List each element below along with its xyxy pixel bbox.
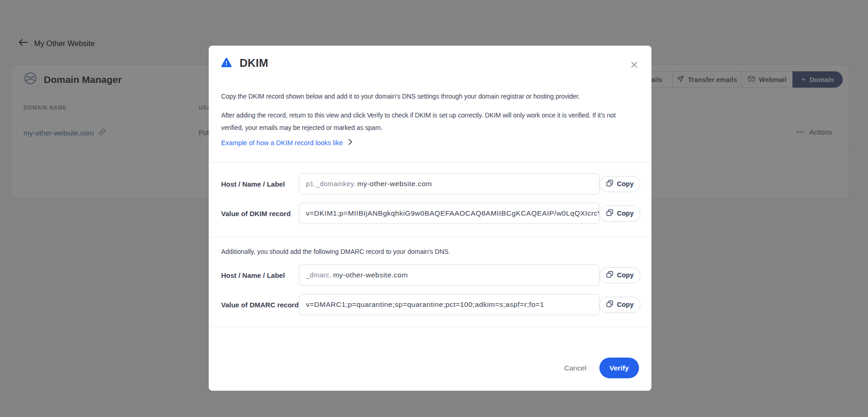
dkim-modal: DKIM Copy the DKIM record shown below an… (209, 46, 651, 391)
dmarc-value-row: Value of DMARC record v=DMARC1;p=quarant… (221, 294, 639, 315)
dmarc-value-copy-button[interactable]: Copy (599, 297, 640, 313)
dkim-value-text: v=DKIM1;p=MIIBIjANBgkqhkiG9w0BAQEFAAOCAQ… (306, 209, 599, 217)
copy-icon (606, 271, 613, 279)
modal-intro-paragraph-1: Copy the DKIM record shown below and add… (221, 90, 639, 103)
dmarc-host-copy-button[interactable]: Copy (599, 267, 640, 283)
dkim-value-row: Value of DKIM record v=DKIM1;p=MIIBIjANB… (221, 203, 639, 224)
dkim-value-label: Value of DKIM record (221, 210, 299, 217)
modal-intro-paragraph-2: After adding the record, return to this … (221, 109, 639, 134)
dkim-host-input[interactable]: p1._domainkey. my-other-website.com (299, 173, 599, 194)
divider (209, 237, 651, 237)
dmarc-value-label: Value of DMARC record (221, 301, 299, 309)
dkim-host-row: Host / Name / Label p1._domainkey. my-ot… (221, 173, 639, 194)
dkim-host-copy-button[interactable]: Copy (599, 176, 640, 192)
dmarc-host-domain: my-other-website.com (333, 271, 408, 279)
copy-button-label: Copy (617, 271, 633, 279)
dmarc-host-label: Host / Name / Label (221, 271, 299, 279)
warning-triangle-icon (221, 58, 232, 69)
divider (209, 327, 651, 327)
dkim-host-prefix: p1._domainkey. (306, 180, 356, 188)
dkim-value-copy-button[interactable]: Copy (599, 206, 640, 222)
copy-icon (606, 180, 613, 188)
dkim-host-label: Host / Name / Label (221, 180, 299, 188)
dmarc-note: Additionally, you should add the followi… (221, 248, 450, 255)
cancel-button[interactable]: Cancel (564, 364, 586, 372)
dkim-value-input[interactable]: v=DKIM1;p=MIIBIjANBgkqhkiG9w0BAQEFAAOCAQ… (299, 203, 599, 224)
copy-icon (606, 300, 613, 309)
modal-footer: Cancel Verify (564, 358, 639, 378)
close-icon[interactable] (629, 59, 639, 72)
modal-title: DKIM (240, 57, 268, 70)
divider (209, 162, 651, 163)
copy-button-label: Copy (617, 210, 633, 217)
chevron-right-icon (348, 139, 352, 147)
modal-header: DKIM (221, 57, 268, 70)
dmarc-host-prefix: _dmarc. (306, 271, 332, 279)
dkim-host-domain: my-other-website.com (357, 180, 432, 188)
copy-button-label: Copy (617, 301, 633, 308)
dmarc-host-input[interactable]: _dmarc. my-other-website.com (299, 264, 599, 286)
example-link[interactable]: Example of how a DKIM record looks like (221, 139, 352, 147)
example-link-label: Example of how a DKIM record looks like (221, 139, 343, 147)
dmarc-host-row: Host / Name / Label _dmarc. my-other-web… (221, 264, 639, 286)
verify-button[interactable]: Verify (599, 358, 639, 378)
copy-button-label: Copy (617, 180, 633, 188)
dmarc-value-input[interactable]: v=DMARC1;p=quarantine;sp=quarantine;pct=… (299, 294, 599, 315)
copy-icon (606, 209, 613, 217)
dmarc-value-text: v=DMARC1;p=quarantine;sp=quarantine;pct=… (306, 300, 544, 309)
